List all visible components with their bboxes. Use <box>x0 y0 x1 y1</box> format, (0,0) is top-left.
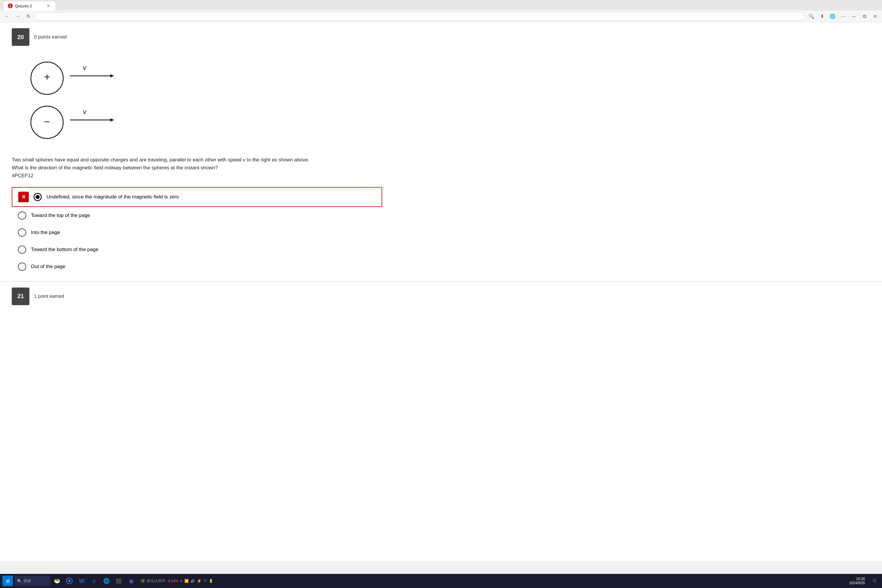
question-text: Two small spheres have equal and opposit… <box>12 156 382 180</box>
search-button[interactable]: 🔍 <box>807 12 816 21</box>
points-earned: 0 points earned <box>34 34 66 40</box>
next-question-header: 21 1 point earned <box>0 281 882 311</box>
close-button[interactable]: ✕ <box>871 12 879 21</box>
question-header: 20 0 points earned <box>12 28 382 46</box>
download-button[interactable]: ⬇ <box>818 12 826 21</box>
tab-bar: Q Quizzes 2 ✕ <box>0 0 882 10</box>
next-question-number: 21 <box>12 288 29 305</box>
svg-marker-4 <box>110 74 114 78</box>
answer-option-3[interactable]: Into the page <box>12 224 382 241</box>
question-container: 20 0 points earned + v − v <box>0 22 394 281</box>
page-content: 20 0 points earned + v − v <box>0 22 882 561</box>
svg-text:v: v <box>83 63 87 72</box>
menu-button[interactable]: ⋯ <box>839 12 847 21</box>
svg-marker-9 <box>110 118 114 122</box>
physics-diagram: + v − v <box>12 52 129 146</box>
tab-title: Quizzes 2 <box>15 4 32 8</box>
globe-button[interactable]: 🌐 <box>828 12 837 21</box>
radio-unselected <box>18 246 26 254</box>
question-number: 20 <box>12 28 29 46</box>
next-points-earned: 1 point earned <box>34 294 64 299</box>
radio-selected <box>33 193 42 201</box>
svg-text:−: − <box>44 116 50 128</box>
radio-unselected <box>18 212 26 220</box>
restore-button[interactable]: ⧉ <box>860 12 868 21</box>
address-bar-row: ← → ↻ 🔍 ⬇ 🌐 ⋯ ─ ⧉ ✕ <box>0 10 882 22</box>
tab-close-button[interactable]: ✕ <box>46 3 51 9</box>
answer-option-2[interactable]: Toward the top of the page <box>12 207 382 224</box>
option-3-label: Into the page <box>31 230 60 236</box>
option-5-label: Out of the page <box>31 264 65 270</box>
address-input[interactable] <box>35 12 805 21</box>
radio-unselected <box>18 262 26 271</box>
wrong-indicator: ✕ <box>18 192 29 202</box>
nav-forward-button[interactable]: → <box>14 12 22 21</box>
active-tab[interactable]: Q Quizzes 2 ✕ <box>3 1 56 10</box>
option-2-label: Toward the top of the page <box>31 213 90 219</box>
svg-text:v: v <box>83 108 87 116</box>
radio-unselected <box>18 228 26 237</box>
tab-favicon: Q <box>8 3 13 8</box>
nav-refresh-button[interactable]: ↻ <box>24 12 32 21</box>
answer-options: ✕ Undefined, since the magnitude of the … <box>12 187 382 275</box>
nav-back-button[interactable]: ← <box>3 12 11 21</box>
minimize-button[interactable]: ─ <box>850 12 858 21</box>
option-4-label: Toward the bottom of the page <box>31 247 99 252</box>
answer-option-4[interactable]: Toward the bottom of the page <box>12 241 382 258</box>
answer-option-1[interactable]: ✕ Undefined, since the magnitude of the … <box>12 187 382 207</box>
option-1-label: Undefined, since the magnitude of the ma… <box>46 194 179 200</box>
diagram-area: + v − v <box>12 52 382 147</box>
svg-text:+: + <box>44 71 50 83</box>
answer-option-5[interactable]: Out of the page <box>12 258 382 275</box>
